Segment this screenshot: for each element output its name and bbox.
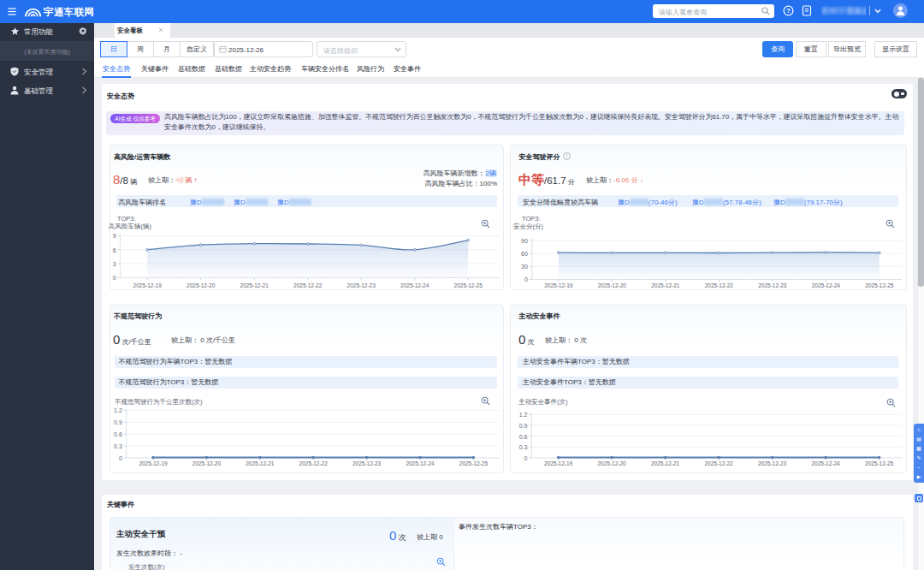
svg-text:2025-12-24: 2025-12-24 <box>400 282 429 288</box>
svg-text:2025-12-21: 2025-12-21 <box>240 282 270 288</box>
svg-text:2025-12-21: 2025-12-21 <box>651 460 680 466</box>
svg-text:2025-12-24: 2025-12-24 <box>811 460 840 466</box>
svg-text:2025-12-23: 2025-12-23 <box>347 282 376 288</box>
svg-text:0.6: 0.6 <box>114 431 122 437</box>
svg-text:0.9: 0.9 <box>519 423 528 429</box>
svg-text:2025-12-25: 2025-12-25 <box>865 282 894 288</box>
svg-text:1.2: 1.2 <box>114 407 122 413</box>
svg-text:6: 6 <box>113 247 116 253</box>
svg-text:1.2: 1.2 <box>519 412 528 418</box>
svg-text:2025-12-23: 2025-12-23 <box>352 460 382 466</box>
svg-text:2025-12-20: 2025-12-20 <box>192 460 222 466</box>
svg-text:2025-12-25: 2025-12-25 <box>454 282 483 288</box>
svg-text:0: 0 <box>524 455 527 461</box>
svg-text:2025-12-20: 2025-12-20 <box>597 460 626 466</box>
svg-text:2025-12-22: 2025-12-22 <box>705 282 734 288</box>
svg-text:90: 90 <box>521 238 528 244</box>
svg-text:2025-12-24: 2025-12-24 <box>406 460 435 466</box>
svg-text:0: 0 <box>113 275 116 281</box>
svg-text:2025-12-25: 2025-12-25 <box>865 460 894 466</box>
svg-text:2025-12-19: 2025-12-19 <box>544 460 573 466</box>
svg-text:0: 0 <box>524 276 528 282</box>
svg-text:?: ? <box>786 7 791 15</box>
svg-text:0: 0 <box>119 455 122 461</box>
svg-text:3: 3 <box>113 261 116 267</box>
svg-text:2025-12-22: 2025-12-22 <box>704 460 733 466</box>
svg-text:2025-12-19: 2025-12-19 <box>133 282 163 288</box>
svg-text:2025-12-22: 2025-12-22 <box>293 282 323 288</box>
svg-text:2025-12-21: 2025-12-21 <box>651 282 680 288</box>
svg-text:0.3: 0.3 <box>519 444 528 450</box>
svg-text:2025-12-23: 2025-12-23 <box>758 282 787 288</box>
svg-text:2025-12-25: 2025-12-25 <box>459 460 489 466</box>
svg-text:0.9: 0.9 <box>114 419 122 425</box>
svg-text:2025-12-21: 2025-12-21 <box>246 460 275 466</box>
svg-text:0.3: 0.3 <box>114 443 122 449</box>
svg-text:2025-12-23: 2025-12-23 <box>758 460 787 466</box>
svg-text:2025-12-24: 2025-12-24 <box>812 282 841 288</box>
svg-text:2025-12-19: 2025-12-19 <box>139 460 168 466</box>
svg-text:2025-12-22: 2025-12-22 <box>299 460 329 466</box>
svg-text:2025-12-20: 2025-12-20 <box>187 282 216 288</box>
svg-text:2025-12-19: 2025-12-19 <box>544 282 573 288</box>
svg-text:2025-12-20: 2025-12-20 <box>598 282 627 288</box>
svg-text:30: 30 <box>521 264 528 270</box>
svg-text:9: 9 <box>113 233 116 239</box>
svg-text:60: 60 <box>521 251 528 257</box>
svg-text:0.6: 0.6 <box>519 434 528 440</box>
